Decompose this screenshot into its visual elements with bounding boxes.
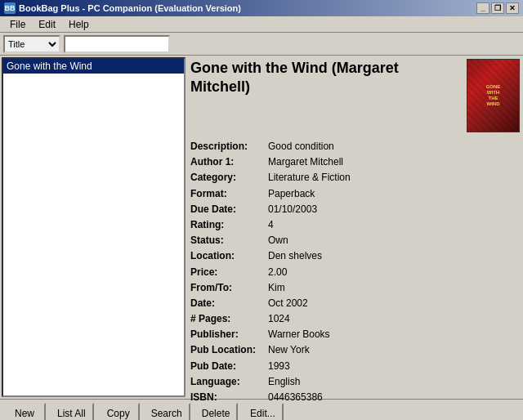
main-content: Gone with the Wind Gone with the Wind (M… [0, 56, 523, 399]
detail-value: Margaret Mitchell [268, 154, 343, 170]
detail-value: Oct 2002 [268, 296, 308, 311]
detail-value: 1993 [268, 359, 290, 374]
detail-value: Own [268, 233, 288, 248]
detail-row: Pub Location:New York [190, 342, 520, 358]
detail-row: Language:English [190, 374, 520, 390]
detail-label: From/To: [190, 280, 268, 296]
detail-label: Pub Location: [190, 342, 268, 358]
detail-label: Category: [190, 170, 268, 185]
menu-edit[interactable]: Edit [32, 17, 62, 32]
detail-label: Price: [190, 265, 268, 280]
detail-row: Due Date:01/10/2003 [190, 202, 520, 217]
detail-row: From/To:Kim [190, 280, 520, 296]
detail-label: Language: [190, 374, 268, 390]
detail-label: Date: [190, 296, 268, 311]
detail-label: Rating: [190, 217, 268, 233]
book-header: Gone with the Wind (Margaret Mitchell) G… [190, 59, 520, 132]
delete-button[interactable]: Delete [194, 403, 239, 421]
restore-button[interactable]: ❐ [491, 2, 504, 14]
search-input[interactable] [64, 35, 170, 53]
menu-help[interactable]: Help [62, 17, 96, 32]
detail-value: 01/10/2003 [268, 202, 317, 217]
list-all-button[interactable]: List All [49, 403, 94, 421]
detail-label: Format: [190, 186, 268, 202]
menu-bar: File Edit Help [0, 16, 523, 33]
detail-label: Author 1: [190, 154, 268, 170]
detail-label: # Pages: [190, 311, 268, 327]
detail-label: Description: [190, 139, 268, 154]
copy-button[interactable]: Copy [97, 403, 140, 421]
toolbar: Title Author Category [0, 33, 523, 56]
detail-label: Due Date: [190, 202, 268, 217]
detail-row: Status:Own [190, 233, 520, 248]
book-list[interactable]: Gone with the Wind [2, 57, 186, 397]
detail-label: Status: [190, 233, 268, 248]
detail-row: Location:Den shelves [190, 248, 520, 264]
details-table: Description:Good conditionAuthor 1:Marga… [190, 139, 520, 405]
detail-row: Author 1:Margaret Mitchell [190, 154, 520, 170]
detail-row: Price:2.00 [190, 265, 520, 280]
book-detail-panel: Gone with the Wind (Margaret Mitchell) G… [187, 56, 523, 399]
detail-label: Publisher: [190, 327, 268, 342]
minimize-button[interactable]: _ [476, 2, 489, 14]
detail-value: 1024 [268, 311, 290, 327]
detail-value: New York [268, 342, 310, 358]
detail-row: Date:Oct 2002 [190, 296, 520, 311]
menu-file[interactable]: File [3, 17, 32, 32]
detail-row: Publisher:Warner Books [190, 327, 520, 342]
detail-value: Den shelves [268, 248, 322, 264]
detail-row: Category:Literature & Fiction [190, 170, 520, 185]
detail-value: Good condition [268, 139, 334, 154]
detail-row: # Pages:1024 [190, 311, 520, 327]
app-icon: BB [4, 2, 16, 14]
book-title: Gone with the Wind (Margaret Mitchell) [190, 59, 460, 97]
detail-label: Pub Date: [190, 359, 268, 374]
detail-row: Rating:4 [190, 217, 520, 233]
detail-row: Description:Good condition [190, 139, 520, 154]
detail-row: Format:Paperback [190, 186, 520, 202]
detail-value: Paperback [268, 186, 315, 202]
detail-value: Literature & Fiction [268, 170, 351, 185]
edit-button[interactable]: Edit... [241, 403, 284, 421]
detail-value: 2.00 [268, 265, 287, 280]
detail-label: Location: [190, 248, 268, 264]
close-button[interactable]: ✕ [506, 2, 519, 14]
list-item[interactable]: Gone with the Wind [3, 59, 184, 74]
window-title: BookBag Plus - PC Companion (Evaluation … [19, 3, 241, 13]
title-bar: BB BookBag Plus - PC Companion (Evaluati… [0, 0, 523, 16]
book-cover: GONEWITHTHEWIND [467, 59, 520, 132]
detail-value: English [268, 374, 300, 390]
detail-row: Pub Date:1993 [190, 359, 520, 374]
search-type-select[interactable]: Title Author Category [3, 35, 60, 53]
detail-value: Warner Books [268, 327, 330, 342]
search-button[interactable]: Search [143, 403, 190, 421]
cover-text: GONEWITHTHEWIND [485, 83, 503, 109]
new-button[interactable]: New [3, 403, 46, 421]
detail-value: 4 [268, 217, 274, 233]
detail-row: ISBN:0446365386 [190, 390, 520, 405]
detail-value: Kim [268, 280, 285, 296]
